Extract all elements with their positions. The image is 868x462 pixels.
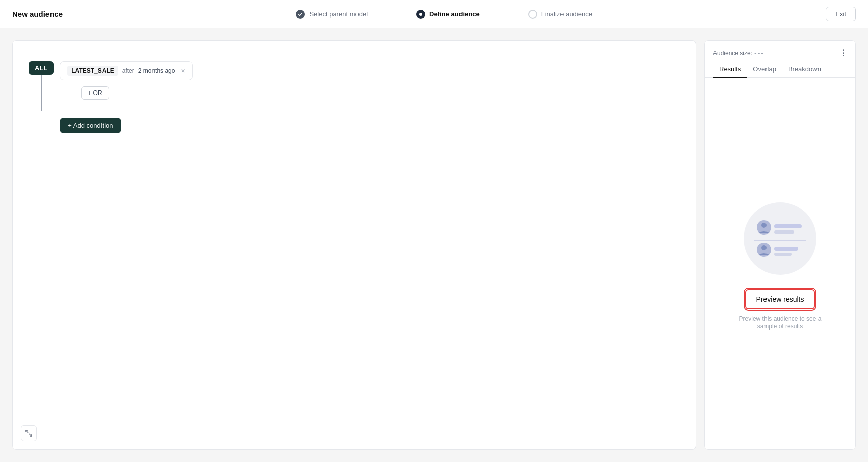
canvas-area: ALL LATEST_SALE after 2 months ago × + O…	[12, 40, 696, 450]
step-active-icon	[416, 10, 425, 19]
add-condition-button[interactable]: + Add condition	[60, 118, 121, 133]
all-badge[interactable]: ALL	[29, 61, 54, 75]
step-finalize-audience: Finalize audience	[528, 10, 592, 19]
step-define-audience-label: Define audience	[429, 10, 480, 18]
condition-value: 2 months ago	[138, 67, 175, 74]
panel-body: Preview results Preview this audience to…	[705, 78, 855, 449]
preview-illustration	[740, 198, 821, 279]
tab-results[interactable]: Results	[713, 61, 747, 78]
svg-point-0	[419, 13, 422, 16]
or-button[interactable]: + OR	[81, 86, 109, 100]
panel-header: Audience size: --- ⋮	[705, 41, 855, 57]
svg-point-5	[761, 223, 767, 228]
svg-point-10	[761, 245, 767, 250]
condition-field: LATEST_SALE	[67, 66, 118, 76]
stepper: Select parent model Define audience Fina…	[296, 10, 592, 19]
svg-rect-12	[774, 253, 792, 256]
condition-remove-button[interactable]: ×	[181, 67, 185, 74]
add-condition-section: + Add condition	[60, 110, 192, 133]
exit-button[interactable]: Exit	[826, 7, 856, 21]
panel-tabs: Results Overlap Breakdown	[705, 57, 855, 78]
vert-connector-bottom	[41, 93, 42, 111]
step-sep-2	[484, 14, 524, 14]
condition-pill[interactable]: LATEST_SALE after 2 months ago ×	[60, 61, 192, 80]
expand-button[interactable]	[21, 425, 37, 441]
step-define-audience: Define audience	[416, 10, 480, 19]
tab-breakdown[interactable]: Breakdown	[782, 61, 827, 78]
svg-rect-6	[774, 224, 802, 228]
step-select-parent-label: Select parent model	[309, 10, 368, 18]
tab-overlap[interactable]: Overlap	[747, 61, 782, 78]
right-panel: Audience size: --- ⋮ Results Overlap Bre…	[704, 40, 856, 450]
audience-size-label: Audience size: ---	[713, 49, 764, 57]
preview-results-button[interactable]: Preview results	[745, 289, 815, 309]
audience-size-text: Audience size:	[713, 50, 752, 57]
step-finalize-audience-label: Finalize audience	[541, 10, 592, 18]
condition-operator: after	[122, 67, 134, 74]
left-col: ALL	[29, 61, 54, 111]
main-content: ALL LATEST_SALE after 2 months ago × + O…	[0, 28, 868, 462]
svg-point-3	[744, 202, 816, 275]
builder-main: ALL LATEST_SALE after 2 months ago × + O…	[13, 41, 696, 154]
top-nav: New audience Select parent model Define …	[0, 0, 868, 28]
illustration-svg	[740, 198, 821, 279]
svg-rect-8	[754, 240, 806, 241]
step-select-parent: Select parent model	[296, 10, 368, 19]
preview-hint: Preview this audience to see a sample of…	[730, 315, 831, 330]
step-sep-1	[372, 14, 412, 14]
vert-connector-top	[41, 75, 42, 93]
step-done-icon	[296, 10, 305, 19]
or-section: + OR	[60, 86, 192, 100]
right-col: LATEST_SALE after 2 months ago × + OR + …	[60, 61, 192, 133]
step-pending-icon	[528, 10, 537, 19]
app-title: New audience	[12, 10, 63, 18]
svg-rect-11	[774, 247, 798, 251]
panel-menu-button[interactable]: ⋮	[839, 49, 847, 57]
audience-size-value: ---	[754, 49, 764, 57]
svg-rect-7	[774, 230, 794, 234]
